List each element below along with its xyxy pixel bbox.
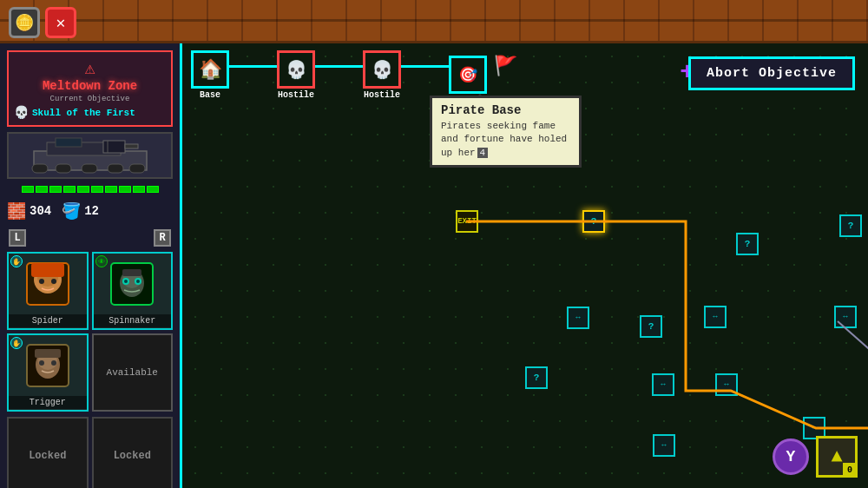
nav-connector-1: [229, 65, 277, 68]
health-seg-8: [119, 186, 131, 193]
health-seg-10: [147, 186, 159, 193]
pirate-icon-box: 🎯: [449, 56, 487, 94]
char-slot-trigger[interactable]: ✋ Trigger: [7, 333, 89, 412]
up-arrow-icon: ▲: [831, 446, 842, 468]
ammo-icon: 🧱: [7, 201, 26, 221]
char-face-spider: [9, 254, 87, 314]
svg-rect-5: [82, 164, 97, 173]
bottom-right-controls: Y ▲ 0: [773, 436, 858, 478]
available-label: Available: [107, 367, 158, 378]
svg-rect-7: [129, 164, 145, 173]
map-node-q10[interactable]: ↔: [652, 373, 674, 396]
health-seg-6: [91, 186, 103, 193]
locked-slot-2[interactable]: Locked: [92, 417, 174, 488]
char-slot-available[interactable]: Available: [92, 333, 174, 412]
pirate-tooltip: Pirate Base Pirates seeking fame and for…: [430, 96, 582, 168]
zone-objective: 💀 Skull of the First: [14, 105, 166, 120]
svg-line-31: [838, 321, 868, 398]
char-name-trigger: Trigger: [9, 396, 87, 409]
locked-slot-1[interactable]: Locked: [7, 417, 89, 488]
svg-rect-6: [108, 164, 123, 173]
map-node-q9[interactable]: ?: [525, 366, 548, 389]
top-border: 🪙 ✕: [0, 0, 868, 43]
flag-icon: 🚩: [494, 55, 517, 78]
map-node-active[interactable]: ?: [582, 210, 605, 233]
char-face-trigger: [9, 335, 87, 396]
nav-node-hostile1[interactable]: 💀 Hostile: [277, 50, 315, 100]
svg-point-28: [39, 360, 44, 366]
map-area: 🏠 Base 💀 Hostile 💀 Hostile: [182, 43, 868, 488]
close-button[interactable]: ✕: [45, 7, 76, 38]
map-node-q4[interactable]: ↔: [567, 307, 589, 329]
zone-header: ⚠ Meltdown Zone Current Objective 💀 Skul…: [7, 50, 173, 127]
map-node-q7[interactable]: ↔: [834, 306, 857, 328]
r-label: R: [154, 229, 171, 247]
health-seg-3: [49, 186, 62, 193]
l-label: L: [9, 229, 26, 247]
locked-grid: Locked Locked: [7, 417, 173, 488]
health-seg-4: [63, 186, 76, 193]
hostile2-label: Hostile: [364, 90, 400, 100]
nav-node-base[interactable]: 🏠 Base: [191, 50, 229, 100]
coins-button[interactable]: 🪙: [9, 7, 40, 38]
svg-point-29: [51, 360, 56, 366]
base-icon-box: 🏠: [191, 50, 229, 89]
map-node-q2[interactable]: ?: [839, 214, 862, 237]
svg-point-22: [124, 280, 128, 283]
up-button[interactable]: ▲ 0: [816, 436, 858, 478]
fuel-value: 12: [84, 204, 99, 218]
char-slot-spinnaker[interactable]: 👁 Spin: [92, 252, 174, 330]
svg-point-15: [39, 279, 44, 284]
map-node-q1[interactable]: ?: [736, 233, 759, 255]
svg-rect-14: [31, 263, 64, 277]
lr-labels: L R: [7, 229, 173, 247]
char-slot-spider[interactable]: ✋ Spider: [7, 252, 89, 330]
map-node-q11[interactable]: ↔: [715, 373, 738, 396]
character-grid: ✋ Spider: [7, 252, 173, 412]
svg-rect-10: [125, 144, 138, 148]
svg-point-16: [51, 279, 56, 284]
map-node-start[interactable]: EXIT: [456, 210, 478, 233]
locked-label-2: Locked: [114, 450, 151, 462]
resources-row: 🧱 304 🪣 12: [7, 198, 173, 224]
health-seg-5: [77, 186, 89, 193]
pirate-tooltip-text: Pirates seeking fame and fortune have ho…: [441, 120, 570, 160]
base-label: Base: [200, 90, 220, 100]
vehicle-svg: [30, 134, 151, 177]
coins-icon: 🪙: [15, 13, 34, 32]
nav-connector-3: [401, 65, 449, 68]
map-node-q5[interactable]: ?: [640, 315, 662, 338]
locked-label-1: Locked: [29, 450, 66, 462]
svg-rect-4: [56, 164, 71, 173]
fuel-icon: 🪣: [62, 201, 81, 221]
svg-rect-2: [56, 138, 82, 147]
hostile1-icon-box: 💀: [277, 50, 315, 89]
zone-title: Meltdown Zone: [14, 79, 166, 93]
up-badge: 0: [843, 463, 857, 477]
health-seg-2: [36, 186, 48, 193]
map-node-q12[interactable]: ↔: [653, 434, 675, 457]
pirate-tooltip-title: Pirate Base: [441, 103, 570, 117]
health-bar: [7, 186, 173, 193]
ammo-resource: 🧱 304: [7, 201, 51, 221]
svg-rect-30: [35, 349, 61, 358]
y-button[interactable]: Y: [773, 439, 809, 475]
health-seg-7: [105, 186, 117, 193]
map-node-q6[interactable]: ↔: [704, 306, 727, 328]
top-nav: 🏠 Base 💀 Hostile 💀 Hostile: [191, 50, 517, 100]
hostile1-label: Hostile: [278, 90, 314, 100]
svg-rect-3: [32, 164, 48, 173]
svg-rect-8: [103, 141, 125, 153]
svg-point-23: [136, 280, 140, 283]
zone-subtitle: Current Objective: [14, 95, 166, 103]
char-name-spinnaker: Spinnaker: [94, 314, 172, 327]
vehicle-display: [7, 132, 173, 179]
nav-node-hostile2[interactable]: 💀 Hostile: [363, 50, 401, 100]
abort-objective-button[interactable]: Abort Objective: [688, 56, 855, 90]
left-panel: ⚠ Meltdown Zone Current Objective 💀 Skul…: [0, 43, 182, 488]
objective-skull-icon: 💀: [14, 105, 29, 120]
close-icon: ✕: [56, 13, 66, 32]
char-face-spinnaker: [94, 254, 172, 314]
ammo-value: 304: [30, 204, 51, 218]
svg-rect-24: [122, 269, 141, 276]
